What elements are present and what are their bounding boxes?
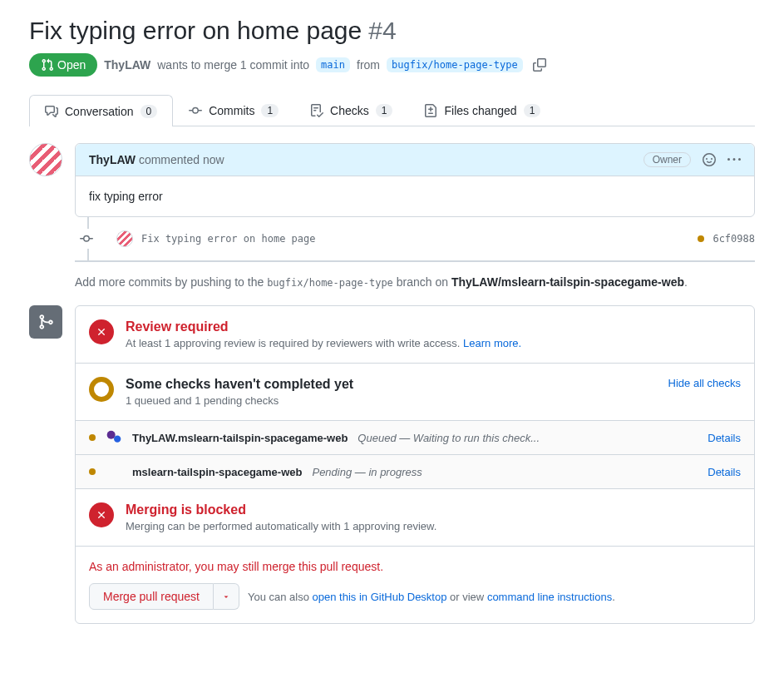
triangle-down-icon <box>222 592 230 601</box>
check-name[interactable]: mslearn-tailspin-spacegame-web <box>132 466 302 478</box>
pr-header: Fix typing error on home page #4 Open Th… <box>29 17 755 77</box>
merge-box: Review required At least 1 approving rev… <box>75 305 755 624</box>
review-required-row: Review required At least 1 approving rev… <box>76 306 754 364</box>
comment-body: fix typing error <box>76 176 754 216</box>
check-row: mslearn-tailspin-spacegame-web Pending —… <box>76 455 754 489</box>
check-status-dot <box>89 468 96 475</box>
tab-label: Checks <box>330 104 369 117</box>
x-icon <box>96 509 107 521</box>
timeline-commit-item: Fix typing error on home page 6cf0988 <box>75 217 755 260</box>
tab-conversation[interactable]: Conversation 0 <box>29 95 173 126</box>
merge-pr-button[interactable]: Merge pull request <box>89 583 214 610</box>
head-branch[interactable]: bugfix/home-page-type <box>387 57 523 72</box>
merge-dropdown-button[interactable] <box>214 583 239 610</box>
divider <box>75 260 755 262</box>
merge-icon-box <box>29 305 62 339</box>
commit-message[interactable]: Fix typing error on home page <box>141 233 689 245</box>
check-details-link[interactable]: Details <box>708 432 741 444</box>
commit-avatar[interactable] <box>116 230 133 247</box>
admin-text: As an administrator, you may still merge… <box>89 560 741 573</box>
react-button[interactable] <box>703 153 716 166</box>
tab-counter: 1 <box>524 104 541 117</box>
state-label: Open <box>57 58 86 72</box>
hint-repo: ThyLAW/mslearn-tailspin-spacegame-web <box>451 275 684 289</box>
meta-text: wants to merge 1 commit into <box>157 58 309 72</box>
tab-label: Files changed <box>444 104 516 117</box>
tab-counter: 1 <box>376 104 393 117</box>
review-desc: At least 1 approving review is required … <box>126 337 521 349</box>
hint-mid: branch on <box>397 275 448 289</box>
check-status: Pending — in progress <box>312 466 422 478</box>
tab-counter: 0 <box>141 105 158 118</box>
open-desktop-link[interactable]: open this in GitHub Desktop <box>313 591 447 603</box>
merge-button-group: Merge pull request <box>89 583 239 610</box>
checks-desc: 1 queued and 1 pending checks <box>126 394 353 407</box>
blocked-desc: Merging can be performed automatically w… <box>126 520 436 532</box>
hint-prefix: Add more commits by pushing to the <box>75 275 264 289</box>
tab-counter: 1 <box>261 104 279 117</box>
tab-checks[interactable]: Checks 1 <box>294 95 408 126</box>
status-icon-error <box>89 502 114 527</box>
check-status: Queued — Waiting to run this check... <box>357 432 540 444</box>
commit-status-dot[interactable] <box>698 235 704 242</box>
copy-icon <box>533 58 546 72</box>
owner-badge: Owner <box>643 152 691 167</box>
git-commit-icon <box>189 104 202 117</box>
comment-author[interactable]: ThyLAW <box>89 153 136 166</box>
status-icon-error <box>89 319 114 344</box>
status-icon-pending <box>89 377 114 402</box>
git-pr-icon <box>41 58 54 72</box>
svg-point-0 <box>107 431 116 439</box>
tab-label: Conversation <box>65 105 134 118</box>
learn-more-link[interactable]: Learn more. <box>463 337 521 349</box>
push-hint: Add more commits by pushing to the bugfi… <box>75 275 755 289</box>
smiley-icon <box>703 153 716 166</box>
hint-branch: bugfix/home-page-type <box>267 277 393 289</box>
kebab-menu-button[interactable] <box>727 153 741 166</box>
review-title: Review required <box>126 319 521 334</box>
checks-header-row: Some checks haven't completed yet 1 queu… <box>76 364 754 421</box>
check-row: ThyLAW.mslearn-tailspin-spacegame-web Qu… <box>76 421 754 455</box>
author-link[interactable]: ThyLAW <box>104 58 150 72</box>
copy-branch-button[interactable] <box>530 55 550 75</box>
svg-point-1 <box>114 436 121 443</box>
pr-number: #4 <box>368 17 396 45</box>
comment-discussion-icon <box>45 105 58 118</box>
git-commit-icon <box>80 232 93 245</box>
check-name[interactable]: ThyLAW.mslearn-tailspin-spacegame-web <box>132 432 348 444</box>
commit-badge <box>80 229 93 249</box>
state-badge: Open <box>29 53 97 77</box>
comment-header: ThyLAW commented now Owner <box>76 144 754 176</box>
checks-title: Some checks haven't completed yet <box>126 377 353 392</box>
tab-label: Commits <box>209 104 254 117</box>
base-branch[interactable]: main <box>316 57 350 72</box>
timeline-comment: ThyLAW commented now Owner fix typing er… <box>75 143 755 217</box>
hide-checks-link[interactable]: Hide all checks <box>668 377 741 389</box>
check-status-dot <box>89 434 96 441</box>
check-details-link[interactable]: Details <box>708 466 741 478</box>
also-text: You can also open this in GitHub Desktop… <box>248 591 615 603</box>
avatar[interactable] <box>29 143 62 176</box>
pr-title: Fix typing error on home page #4 <box>29 17 755 45</box>
check-app-icon <box>106 429 122 446</box>
x-icon <box>96 326 107 338</box>
comment-verb: commented <box>139 153 200 166</box>
blocked-row: Merging is blocked Merging can be perfor… <box>76 489 754 547</box>
file-diff-icon <box>424 104 437 117</box>
pipelines-icon <box>106 429 122 446</box>
pr-meta: Open ThyLAW wants to merge 1 commit into… <box>29 53 755 77</box>
git-merge-icon <box>37 314 54 330</box>
meta-from: from <box>357 58 380 72</box>
check-app-icon <box>106 463 122 480</box>
admin-row: As an administrator, you may still merge… <box>76 547 754 623</box>
cli-link[interactable]: command line instructions <box>487 591 612 603</box>
comment-time[interactable]: now <box>203 153 224 166</box>
kebab-icon <box>727 153 741 166</box>
checklist-icon <box>310 104 323 117</box>
tabnav: Conversation 0 Commits 1 Checks 1 Files … <box>29 95 755 126</box>
pr-title-text: Fix typing error on home page <box>29 17 362 45</box>
commit-sha[interactable]: 6cf0988 <box>713 233 755 245</box>
blocked-title: Merging is blocked <box>126 502 436 517</box>
tab-commits[interactable]: Commits 1 <box>173 95 294 126</box>
tab-files[interactable]: Files changed 1 <box>408 95 556 126</box>
